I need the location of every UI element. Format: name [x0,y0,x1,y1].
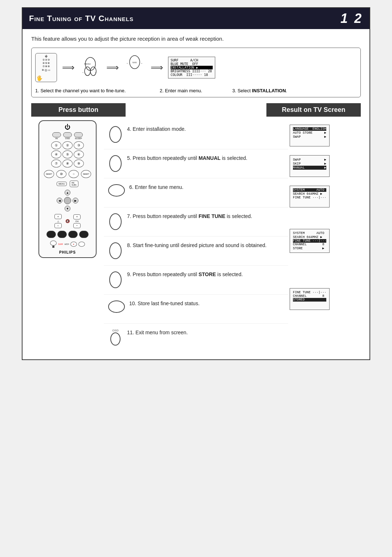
remote-column: ⏻ AV OSD SLEEP [31,120,104,353]
dpad-right[interactable]: ▶ [73,198,78,203]
remote-smart-row: SMART ⑩ □ SMART [44,170,91,178]
screen-78-line-1: SYSTEM AUTO [293,231,326,235]
smart-btn-1[interactable]: SMART [44,170,54,178]
results-column: LANGUAGE ENGLISH AUTO STORE ▶ SWAP ▶ SWA… [288,120,361,353]
num-9[interactable]: ⑨ [74,160,84,167]
diagram-step-1: ⏻ ①②③ ④⑤⑥ ⑦⑧⑨ ⑧ ⓪ ▭ 🖐 [35,53,57,82]
num-2[interactable]: ② [62,141,73,149]
svg-point-10 [110,126,121,142]
screen-5: SWAP ▶ SKIP ▶ MANUAL ▶ [290,155,330,177]
remote-numpad: ① ② ③ ④ ⑤ ⑥ ⑦ ⑧ ⑨ [51,141,84,167]
num-7[interactable]: ⑦ [51,160,61,167]
remote-mini-1: ⏻ ①②③ ④⑤⑥ ⑦⑧⑨ ⑧ ⓪ ▭ 🖐 [35,53,57,82]
screen-78-wrapper: SYSTEM AUTO SEARCH 044MHZ ▶ FINE TUNE ··… [288,212,361,270]
bottom-btn-3[interactable] [78,242,85,247]
menu-line-surf: SURF A/CH [171,58,213,62]
svg-text:+: + [141,62,142,64]
num-tv[interactable]: □ [69,170,79,178]
num-3[interactable]: ③ [74,141,84,149]
screen-4-line-2: AUTO STORE ▶ [293,131,326,135]
svg-text:MENU: MENU [84,63,91,65]
step-6-icon [107,183,126,197]
vol-down[interactable]: − [54,223,62,228]
arrow-3: ⟹ [151,62,163,73]
num-8[interactable]: ⑧ [62,160,73,167]
step-5-row: 5. Press button repeatedly until MANUAL … [104,149,288,178]
remote-control: ⏻ AV OSD SLEEP [38,120,97,258]
num-1[interactable]: ① [51,141,61,149]
step-8-text: 8. Start fine-tuning until desired pictu… [127,242,285,249]
inc-subs-button[interactable]: INCSUBS [70,181,78,187]
mute-btn[interactable]: 🔇 [65,219,70,223]
caption-1: 1. Select the channel you want to fine-t… [35,88,160,93]
oval-small-icon-11 [110,332,121,346]
dpad-up[interactable]: ▲ [65,190,70,195]
screen-6: SYSTEM AUTO SEARCH 044MHZ ▶ FINE TUNE ··… [290,186,330,207]
num-4[interactable]: ④ [51,150,61,158]
step-5-icon [107,154,123,173]
step-11-icon: OSD [107,329,123,346]
ch-down[interactable]: − [73,223,81,228]
svg-point-16 [109,301,124,312]
color-btn-3[interactable] [68,231,78,238]
steps-column: 4. Enter installation mode. 5. Press but… [104,120,288,353]
screen-6-wrapper: SYSTEM AUTO SEARCH 044MHZ ▶ FINE TUNE ··… [288,181,361,212]
hand-menu-svg: MENU + + [79,53,101,82]
screen-910-line-1: FINE TUNE ···|··· [293,291,326,294]
smart-btn-2[interactable]: SMART [81,170,91,178]
installation-menu-screen: SURF A/CH BLUE MUTE OFF INSTALLATION ▶ B… [168,57,215,78]
bottom-btn-2[interactable]: ● [70,242,77,247]
menu-line-colour: COLOUR III····· 18 [171,73,213,77]
step-6-row: 6. Enter fine tune menu. [104,178,288,207]
oval-icon-8 [109,242,122,260]
ch-up[interactable]: + [73,214,81,219]
ch-buttons: + CH − [73,214,81,228]
step-4-text: 4. Enter installation mode. [127,125,285,133]
svg-point-15 [110,272,121,288]
num-5[interactable]: ⑤ [62,150,73,158]
step-5-text: 5. Press button repeatedly until MANUAL … [127,154,285,162]
oval-icon-7 [109,213,122,231]
screen-4-wrapper: LANGUAGE ENGLISH AUTO STORE ▶ SWAP ▶ [288,120,361,151]
dpad-left[interactable]: ◀ [57,198,62,203]
color-btn-4[interactable] [79,231,89,238]
vol-up[interactable]: + [54,214,62,219]
num-6[interactable]: ⑥ [74,150,84,158]
screen-910: FINE TUNE ···|··· CHANNEL 8 STORED [290,288,330,310]
oval-icon-4 [109,125,122,144]
columns-header: Press button Result on TV Screen [31,103,361,117]
step-11-row: OSD 11. Exit menu from screen. [104,324,288,353]
hand-nav-svg: NAV + + [124,53,146,82]
screen-5-line-1: SWAP ▶ [293,158,326,162]
svg-point-13 [110,214,121,230]
press-button-header: Press button [31,103,126,117]
menu-button[interactable]: MENU [57,182,67,186]
color-btn-2[interactable] [57,231,67,238]
step-10-icon [107,300,126,314]
caption-2: 2. Enter main menu. [160,88,232,93]
screen-4-line-3: SWAP ▶ [293,135,326,139]
screen-78-line-3: FINE TUNE ···|··· [293,239,326,243]
svg-text:+: + [82,71,83,73]
color-buttons [46,231,89,238]
oval-wide-icon-10 [107,300,126,314]
step-7-text: 7. Press button repeatedly until FINE TU… [127,213,285,220]
remote-top-buttons: AV OSD SLEEP [52,132,83,140]
bottom-btn-1[interactable] [50,241,57,246]
step-10-row: 10. Store last fine-tuned status. [104,295,288,324]
dpad-center[interactable] [64,197,71,204]
svg-point-11 [110,156,121,171]
result-header: Result on TV Screen [266,103,361,117]
color-btn-1[interactable] [46,231,56,238]
menu-line-install: INSTALLATION ▶ [171,66,213,69]
menu-line-blue: BLUE MUTE OFF [171,62,213,66]
arrow-2: ⟹ [106,62,119,73]
screen-5-line-3: MANUAL ▶ [293,166,326,170]
step-9-text: 9. Press button repeatedly until STORE i… [127,271,285,278]
page: Fine Tuning of TV Channels 1 2 This feat… [22,7,370,360]
num-0[interactable]: ⑩ [56,170,66,178]
diagram-step-3: NAV + + [124,53,146,82]
dpad-down[interactable]: ▼ [65,206,70,211]
step-10-text: 10. Store last fine-tuned status. [129,300,285,307]
screen-910-line-3: STORED [293,298,326,302]
